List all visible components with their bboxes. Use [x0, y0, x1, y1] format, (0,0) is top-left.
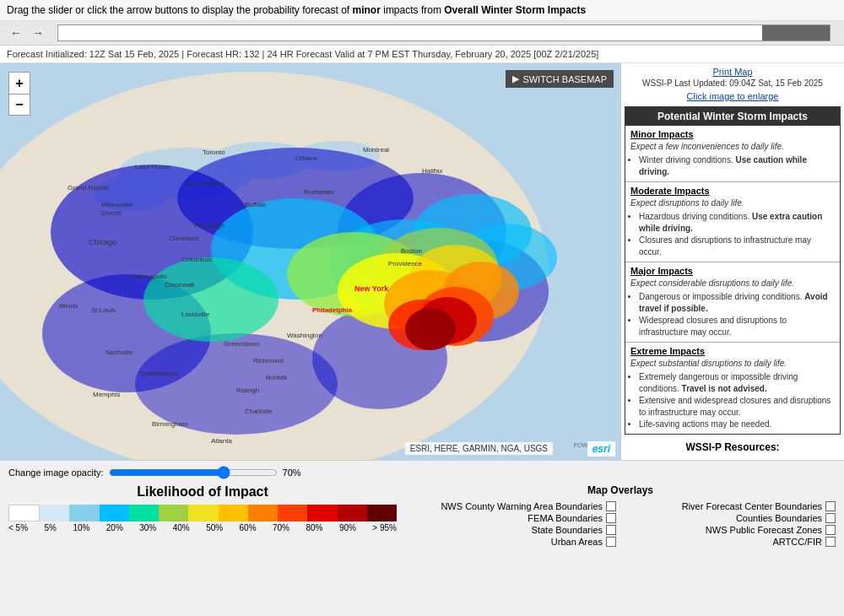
attribution-text: ESRI, HERE, GARMIN, NGA, USGS: [410, 444, 548, 453]
instruction-bar: Drag the slider or click the arrow butto…: [0, 0, 844, 21]
color-red: [307, 505, 337, 521]
map-overlays-section: Map Overlays NWS County Warning Area Bou…: [405, 484, 836, 547]
forecast-slider[interactable]: [57, 24, 830, 41]
impact-minor-title: Minor Impacts: [630, 129, 835, 139]
impact-extreme-bullets: Extremely dangerous or impossible drivin…: [639, 371, 835, 430]
impact-moderate-bullet-2: Closures and disruptions to infrastructu…: [639, 235, 835, 258]
map-section: Chicago Indianapolis Milwaukee Grand Rap…: [0, 63, 620, 460]
opacity-row: Change image opacity: 70%: [8, 466, 836, 479]
svg-text:Atlanta: Atlanta: [211, 437, 232, 445]
color-yellow: [188, 505, 218, 521]
overlay-counties: Counties Boundaries: [625, 513, 836, 523]
legend-colors: [8, 505, 397, 521]
color-light-blue: [40, 505, 69, 521]
svg-text:Buffalo: Buffalo: [245, 201, 266, 208]
overlay-state-checkbox[interactable]: [606, 525, 616, 535]
svg-point-27: [405, 308, 456, 350]
forecast-bar: Forecast Initialized: 12Z Sat 15 Feb, 20…: [0, 46, 844, 63]
right-panel: Print Map WSSI-P Last Updated: 09:04Z Sa…: [620, 63, 844, 460]
resources-title: WSSI-P Resources:: [625, 441, 841, 453]
impact-extreme-bullet-2: Extensive and widespread closures and di…: [639, 395, 835, 419]
overlay-nws-public: NWS Public Forecast Zones: [625, 525, 836, 535]
impact-minor-intro: Expect a few inconveniences to daily lif…: [630, 141, 835, 153]
svg-text:Richmond: Richmond: [253, 357, 284, 365]
nav-bar: ← →: [0, 21, 844, 46]
forecast-initialized: Forecast Initialized: 12Z Sat 15 Feb, 20…: [7, 49, 179, 59]
svg-text:Washington: Washington: [287, 332, 322, 339]
print-map-link[interactable]: Print Map: [625, 67, 841, 77]
forward-button[interactable]: →: [29, 26, 47, 40]
svg-text:St.Louis: St.Louis: [91, 306, 116, 314]
impact-major: Major Impacts Expect considerable disrup…: [625, 262, 840, 343]
overlay-artcc-checkbox[interactable]: [825, 537, 836, 547]
overlay-urban-checkbox[interactable]: [606, 537, 616, 547]
impacts-box: Potential Winter Storm Impacts Minor Imp…: [625, 106, 841, 435]
color-sky-blue: [69, 505, 99, 521]
impact-major-intro: Expect considerable disruptions to daily…: [630, 278, 835, 289]
svg-text:Louisville: Louisville: [181, 311, 209, 318]
forecast-valid: 24 HR Forecast Valid at 7 PM EST Thursda…: [267, 49, 598, 59]
svg-text:Cincinnati: Cincinnati: [165, 281, 194, 289]
legend-and-overlays: Likelihood of Impact < 5% 5% 10%: [8, 484, 836, 547]
resources-section: WSSI-P Resources: WSSI-P User Guide Prod…: [625, 441, 841, 460]
overlay-fema-checkbox[interactable]: [606, 513, 616, 523]
overlay-river-forecast-checkbox[interactable]: [825, 501, 836, 511]
slider-fill: [762, 25, 830, 41]
overlays-grid: NWS County Warning Area Boundaries River…: [405, 501, 836, 547]
main-content: Chicago Indianapolis Milwaukee Grand Rap…: [0, 63, 844, 460]
color-red-orange: [278, 505, 307, 521]
opacity-label: Change image opacity:: [8, 467, 104, 478]
svg-point-10: [135, 333, 338, 435]
click-enlarge-link[interactable]: Click image to enlarge: [625, 91, 841, 101]
svg-text:Toronto: Toronto: [203, 149, 225, 156]
color-orange: [248, 505, 278, 521]
overlay-nws-public-checkbox[interactable]: [825, 525, 836, 535]
zoom-in-button[interactable]: +: [8, 72, 30, 94]
overlay-river-forecast-label: River Forecast Center Boundaries: [625, 501, 822, 511]
instruction-text-prefix: Drag the slider or click the arrow butto…: [7, 4, 353, 16]
legend-label-60: 60%: [240, 523, 257, 532]
overlay-fema-label: FEMA Boundaries: [405, 513, 603, 523]
legend-label-40: 40%: [173, 523, 190, 532]
legend-label-50: 50%: [206, 523, 223, 532]
map-svg: Chicago Indianapolis Milwaukee Grand Rap…: [0, 63, 620, 460]
overlay-counties-checkbox[interactable]: [825, 513, 836, 523]
color-gold: [219, 505, 248, 521]
impact-moderate-intro: Expect disruptions to daily life.: [630, 197, 835, 209]
map-area[interactable]: Chicago Indianapolis Milwaukee Grand Rap…: [0, 63, 620, 460]
svg-text:Halifax: Halifax: [422, 167, 442, 175]
svg-text:Charlotte: Charlotte: [245, 408, 273, 415]
overlay-nws-county-checkbox[interactable]: [606, 501, 616, 511]
svg-text:Norfolk: Norfolk: [266, 374, 288, 381]
svg-text:Illinois: Illinois: [59, 302, 78, 310]
impact-extreme: Extreme Impacts Expect substantial disru…: [625, 343, 840, 434]
legend-label-95: > 95%: [372, 523, 397, 532]
svg-text:Detroit: Detroit: [101, 209, 122, 217]
svg-text:Lake Huron: Lake Huron: [135, 163, 170, 170]
color-cyan: [100, 505, 129, 521]
overlay-fema: FEMA Boundaries: [405, 513, 616, 523]
legend-label-30: 30%: [139, 523, 156, 532]
legend-label-5: < 5%: [8, 523, 28, 532]
impact-extreme-intro: Expect substantial disruptions to daily …: [630, 358, 835, 370]
wssi-user-guide-link[interactable]: WSSI-P User Guide: [625, 457, 841, 460]
back-button[interactable]: ←: [7, 26, 25, 40]
legend-label-80: 80%: [306, 523, 322, 532]
svg-point-16: [143, 257, 279, 342]
switch-basemap-button[interactable]: ▶ SWITCH BASEMAP: [506, 70, 614, 88]
overlay-nws-public-label: NWS Public Forecast Zones: [625, 525, 822, 535]
opacity-slider[interactable]: [109, 466, 278, 479]
legend-section: Likelihood of Impact < 5% 5% 10%: [8, 484, 397, 547]
svg-text:Pittsburgh: Pittsburgh: [194, 222, 225, 230]
legend-label-5p: 5%: [45, 523, 57, 532]
overlay-counties-label: Counties Boundaries: [625, 513, 822, 523]
svg-text:Grand Rapids: Grand Rapids: [68, 184, 109, 192]
zoom-out-button[interactable]: −: [8, 94, 30, 116]
impact-moderate-bullets: Hazardous driving conditions. Use extra …: [639, 211, 835, 258]
color-white: [8, 505, 40, 521]
svg-text:Memphis: Memphis: [93, 391, 120, 398]
overlay-state: State Boundaries: [405, 525, 616, 535]
impact-extreme-bullet-3: Life-saving actions may be needed.: [639, 419, 835, 430]
impact-minor: Minor Impacts Expect a few inconvenience…: [625, 126, 840, 182]
impact-minor-bullet-1: Winter driving conditions. Use caution w…: [639, 154, 835, 178]
